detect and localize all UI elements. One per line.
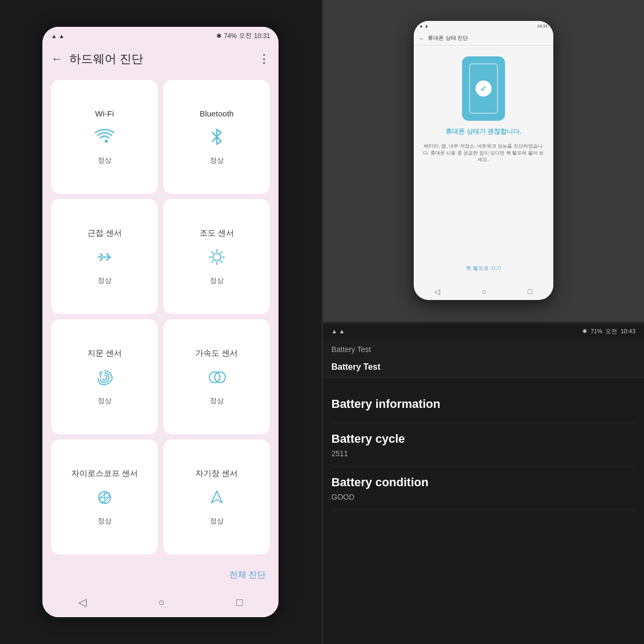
photo-app-header: ← 휴대폰 상태 진단: [414, 31, 553, 46]
quick-help-link[interactable]: 퀵 헬프로 가기: [466, 265, 501, 272]
left-panel: ▲ ▲ ✱ 74% 오전 10:31 ← 하드웨어 진단 ⋮ Wi-Fi: [0, 0, 321, 644]
gyroscope-icon: [94, 487, 115, 508]
photo-nav-recents[interactable]: □: [528, 287, 532, 296]
battery-sub-title: Battery Test: [332, 362, 380, 371]
menu-button[interactable]: ⋮: [258, 52, 270, 66]
battery-cycle-section: Battery cycle 2511: [332, 423, 636, 467]
photo-warning-icons: ▲ ▲: [419, 24, 429, 28]
bottom-action: 전체 진단: [42, 561, 279, 589]
photo-nav-back[interactable]: ◁: [434, 287, 440, 296]
photo-back-button[interactable]: ←: [419, 35, 425, 41]
svg-line-13: [221, 261, 222, 262]
diagnosis-result-desc: 배터리, 앱, 내부 저장소, 네트워크 성능을 진단하였습니다. 휴대폰 사용…: [422, 143, 545, 163]
battery-status-right: ✱ 71% 오전 10:43: [582, 327, 635, 335]
battery-condition-title: Battery condition: [332, 475, 636, 489]
accelerometer-label: 가속도 센서: [195, 348, 238, 358]
battery-app-title: Battery Test: [332, 345, 371, 354]
proximity-label: 근접 센서: [87, 228, 122, 238]
photo-status-bar: ▲ ▲ 10:31: [414, 21, 553, 31]
photo-nav-bar: ◁ ○ □: [414, 283, 553, 300]
accelerometer-icon: [206, 367, 228, 388]
proximity-status: 정상: [98, 276, 112, 286]
bluetooth-icon: ✱: [216, 32, 222, 40]
network-label: 오전: [239, 31, 252, 40]
battery-app-header: Battery Test: [323, 340, 645, 359]
light-label: 조도 센서: [200, 228, 234, 238]
proximity-icon: [94, 246, 115, 268]
battery-sub-header: Battery Test: [323, 359, 645, 378]
battery-content: Battery information Battery cycle 2511 B…: [323, 378, 645, 645]
top-right-panel: ▲ ▲ 10:31 ← 휴대폰 상태 진단 ✓ 휴대폰 상태가 괜찮합니다. 배…: [323, 0, 645, 321]
wifi-icon-area: [94, 123, 115, 150]
svg-line-2: [100, 258, 103, 260]
nav-home-button[interactable]: ○: [158, 596, 165, 609]
gyroscope-card[interactable]: 자이로스코프 센서 정상: [51, 440, 158, 554]
status-bar-left: ▲ ▲ ✱ 74% 오전 10:31: [42, 27, 279, 45]
accelerometer-card[interactable]: 가속도 센서 정상: [163, 319, 270, 434]
photo-nav-home[interactable]: ○: [482, 287, 486, 296]
wifi-icon: [94, 126, 115, 148]
app-title-group: ← 하드웨어 진단: [51, 51, 143, 67]
accelerometer-status: 정상: [210, 396, 224, 406]
fingerprint-status: 정상: [98, 396, 112, 406]
battery-information-title: Battery information: [332, 397, 636, 411]
gyroscope-label: 자이로스코프 센서: [71, 469, 138, 479]
svg-line-15: [211, 261, 213, 262]
status-bar-warnings: ▲ ▲: [51, 33, 64, 39]
full-diagnosis-button[interactable]: 전체 진단: [229, 569, 266, 581]
phone-screen-left: ▲ ▲ ✱ 74% 오전 10:31 ← 하드웨어 진단 ⋮ Wi-Fi: [42, 27, 279, 617]
diagnosis-result-title: 휴대폰 상태가 괜찮합니다.: [445, 127, 522, 136]
proximity-card[interactable]: 근접 센서 정상: [51, 199, 158, 314]
battery-bluetooth-icon: ✱: [582, 328, 587, 335]
battery-warning-icons: ▲ ▲: [332, 328, 345, 334]
photo-content: ✓ 휴대폰 상태가 괜찮합니다. 배터리, 앱, 내부 저장소, 네트워크 성능…: [414, 46, 553, 283]
bluetooth-card[interactable]: Bluetooth 정상: [163, 80, 270, 194]
nav-recents-button[interactable]: □: [236, 596, 243, 609]
battery-information-section: Battery information: [332, 389, 636, 423]
phone-photo: ▲ ▲ 10:31 ← 휴대폰 상태 진단 ✓ 휴대폰 상태가 괜찮합니다. 배…: [414, 21, 553, 300]
nav-back-button[interactable]: ◁: [78, 596, 86, 609]
back-button[interactable]: ←: [51, 52, 63, 66]
svg-line-14: [221, 252, 222, 253]
battery-status-bar: ▲ ▲ ✱ 71% 오전 10:43: [323, 323, 645, 340]
bottom-right-panel: ▲ ▲ ✱ 71% 오전 10:43 Battery Test Battery …: [323, 323, 645, 645]
light-icon: [206, 246, 228, 268]
magnetic-status: 정상: [210, 516, 224, 526]
wifi-card[interactable]: Wi-Fi 정상: [51, 80, 158, 194]
svg-point-7: [213, 253, 221, 261]
photo-time: 10:31: [537, 24, 548, 28]
time-display: 10:31: [254, 32, 270, 40]
signal-strength: 74%: [224, 32, 237, 40]
magnetic-icon: [206, 487, 228, 508]
svg-line-5: [107, 254, 109, 256]
battery-condition-value: GOOD: [332, 493, 636, 501]
nav-bar-left: ◁ ○ □: [42, 589, 279, 617]
svg-line-6: [107, 258, 109, 260]
bluetooth-status: 정상: [210, 156, 224, 165]
battery-cycle-title: Battery cycle: [332, 432, 636, 446]
svg-line-12: [211, 252, 213, 253]
wifi-label: Wi-Fi: [95, 109, 114, 118]
bluetooth-icon-area: [206, 123, 228, 150]
magnetic-icon-area: [206, 484, 228, 511]
battery-cycle-value: 2511: [332, 449, 636, 458]
light-status: 정상: [210, 276, 224, 286]
magnetic-card[interactable]: 자기장 센서 정상: [163, 440, 270, 554]
gyroscope-status: 정상: [98, 516, 112, 526]
phone-illustration: ✓: [462, 56, 505, 121]
battery-time: 10:43: [620, 328, 635, 334]
bluetooth-label: Bluetooth: [200, 109, 233, 118]
accelerometer-icon-area: [206, 364, 228, 391]
battery-condition-section: Battery condition GOOD: [332, 467, 636, 510]
fingerprint-icon-area: [94, 364, 115, 391]
bluetooth-icon: [206, 126, 228, 148]
fingerprint-card[interactable]: 지문 센서 정상: [51, 319, 158, 434]
light-sensor-card[interactable]: 조도 센서 정상: [163, 199, 270, 314]
magnetic-label: 자기장 센서: [195, 469, 238, 479]
light-icon-area: [206, 244, 228, 270]
svg-line-1: [100, 254, 103, 256]
battery-network: 오전: [605, 327, 617, 335]
wifi-status: 정상: [98, 156, 112, 165]
photo-header-title: 휴대폰 상태 진단: [428, 34, 469, 42]
battery-signal: 71%: [590, 328, 602, 334]
